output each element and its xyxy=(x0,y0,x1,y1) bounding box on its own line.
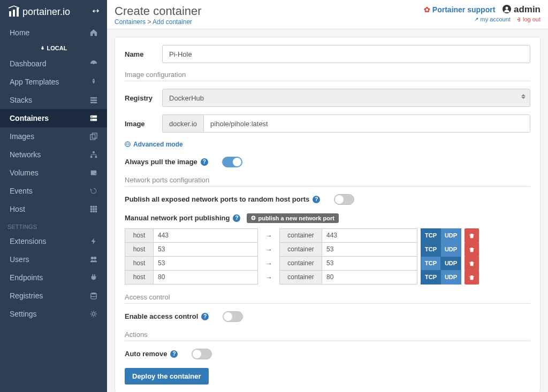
svg-rect-14 xyxy=(93,151,95,153)
delete-port-button[interactable] xyxy=(465,228,479,243)
host-port-input[interactable] xyxy=(154,242,258,257)
name-input[interactable] xyxy=(162,45,530,63)
nav-label: Volumes xyxy=(10,168,39,177)
support-link[interactable]: ✿ Portainer support xyxy=(424,5,497,14)
udp-button[interactable]: UDP xyxy=(441,256,461,271)
svg-rect-21 xyxy=(95,206,97,208)
sidebar-item-endpoints[interactable]: Endpoints xyxy=(0,268,107,287)
help-icon[interactable]: ? xyxy=(201,158,208,166)
breadcrumb-root[interactable]: Containers xyxy=(115,18,146,26)
svg-rect-20 xyxy=(93,206,95,208)
nav-label: Endpoints xyxy=(10,273,43,282)
access-control-toggle[interactable] xyxy=(223,311,243,322)
container-port-input[interactable] xyxy=(322,270,417,285)
delete-port-button[interactable] xyxy=(465,256,479,271)
deploy-button[interactable]: Deploy the container xyxy=(125,368,209,385)
svg-rect-23 xyxy=(93,208,95,210)
sidebar-header: portainer.io xyxy=(0,0,107,24)
publish-all-toggle[interactable] xyxy=(334,194,354,205)
plus-icon xyxy=(251,216,256,220)
registry-select[interactable]: DockerHub xyxy=(162,89,530,107)
user-icon xyxy=(503,5,511,13)
container-port-input[interactable] xyxy=(322,256,417,271)
help-icon[interactable]: ? xyxy=(201,313,209,320)
tcp-button[interactable]: TCP xyxy=(421,256,441,271)
sidebar-item-networks[interactable]: Networks xyxy=(0,145,107,164)
nav-label: Images xyxy=(10,132,34,141)
advanced-mode-link[interactable]: Advanced mode xyxy=(125,141,183,148)
nav-label: Stacks xyxy=(10,96,32,104)
sidebar-item-registries[interactable]: Registries xyxy=(0,287,107,305)
sidebar-item-dashboard[interactable]: Dashboard xyxy=(0,55,107,73)
udp-button[interactable]: UDP xyxy=(441,228,461,243)
logout-link[interactable]: log out xyxy=(516,16,541,22)
protocol-group: TCPUDP xyxy=(421,242,461,257)
trash-icon xyxy=(469,233,475,239)
svg-rect-26 xyxy=(93,211,95,213)
sidebar-item-app-templates[interactable]: App Templates xyxy=(0,73,107,91)
portainer-logo-icon xyxy=(7,5,20,18)
container-label: container xyxy=(279,256,322,271)
auto-remove-toggle[interactable] xyxy=(192,349,212,359)
sidebar-item-events[interactable]: Events xyxy=(0,182,107,200)
name-label: Name xyxy=(125,50,162,58)
content-scroll[interactable]: Name Image configuration Registry Docker… xyxy=(107,29,548,392)
svg-rect-17 xyxy=(91,171,97,175)
protocol-group: TCPUDP xyxy=(421,270,461,285)
sidebar-item-home[interactable]: Home xyxy=(0,24,107,42)
host-port-input[interactable] xyxy=(154,256,258,271)
tcp-button[interactable]: TCP xyxy=(421,270,441,285)
help-icon[interactable]: ? xyxy=(233,214,240,222)
host-port-input[interactable] xyxy=(154,228,258,243)
sidebar-item-extensions[interactable]: Extensions xyxy=(0,232,107,250)
svg-point-4 xyxy=(93,80,94,81)
clone-icon xyxy=(90,133,97,140)
svg-point-31 xyxy=(92,312,95,315)
port-row: host→containerTCPUDP xyxy=(125,242,530,257)
udp-button[interactable]: UDP xyxy=(441,270,461,285)
delete-port-button[interactable] xyxy=(465,242,479,257)
home-icon xyxy=(90,29,97,36)
tcp-button[interactable]: TCP xyxy=(421,228,441,243)
tcp-button[interactable]: TCP xyxy=(421,242,441,257)
plug-icon xyxy=(40,46,45,51)
svg-rect-1 xyxy=(13,10,15,17)
help-icon[interactable]: ? xyxy=(170,350,178,358)
section-network-ports: Network ports configuration xyxy=(125,176,530,187)
user-chip[interactable]: admin xyxy=(503,4,541,14)
sitemap-icon xyxy=(90,151,97,158)
svg-rect-24 xyxy=(95,208,97,210)
manual-publish-label: Manual network port publishing xyxy=(125,214,230,222)
sidebar-item-users[interactable]: Users xyxy=(0,250,107,268)
svg-rect-25 xyxy=(90,211,93,213)
udp-button[interactable]: UDP xyxy=(441,242,461,257)
sidebar-collapse-icon[interactable] xyxy=(92,7,100,17)
brand-logo[interactable]: portainer.io xyxy=(7,5,70,18)
sidebar-item-host[interactable]: Host xyxy=(0,200,107,218)
container-port-input[interactable] xyxy=(322,242,417,257)
svg-rect-15 xyxy=(90,156,93,158)
svg-point-10 xyxy=(92,116,93,117)
help-icon[interactable]: ? xyxy=(313,196,320,203)
svg-rect-22 xyxy=(90,208,93,210)
sidebar-item-volumes[interactable]: Volumes xyxy=(0,164,107,182)
section-access-control: Access control xyxy=(125,293,530,304)
sidebar-item-containers[interactable]: Containers xyxy=(0,109,107,127)
sidebar-item-settings[interactable]: Settings xyxy=(0,305,107,323)
nav-label: Containers xyxy=(10,114,49,122)
container-label: container xyxy=(279,270,322,285)
host-label: host xyxy=(125,228,154,243)
history-icon xyxy=(90,187,97,195)
nav-label: Registries xyxy=(10,291,43,300)
sidebar-endpoint-label: LOCAL xyxy=(0,42,107,55)
sidebar-item-stacks[interactable]: Stacks xyxy=(0,91,107,109)
host-port-input[interactable] xyxy=(154,270,258,285)
image-input[interactable] xyxy=(203,114,530,133)
always-pull-toggle[interactable] xyxy=(222,157,242,167)
delete-port-button[interactable] xyxy=(465,270,479,285)
container-port-input[interactable] xyxy=(322,228,417,243)
my-account-link[interactable]: my account xyxy=(474,16,512,22)
publish-all-label: Publish all exposed network ports to ran… xyxy=(125,195,309,203)
publish-new-port-button[interactable]: publish a new network port xyxy=(247,213,338,223)
sidebar-item-images[interactable]: Images xyxy=(0,127,107,145)
